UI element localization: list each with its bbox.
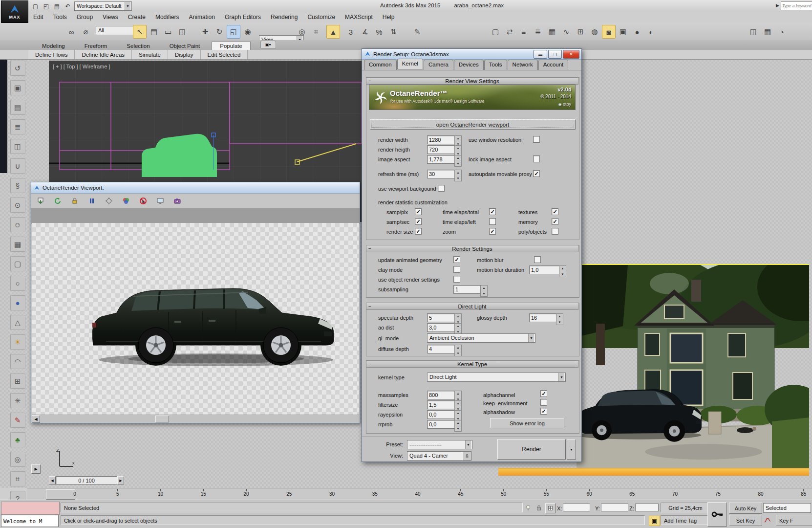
select-move-icon[interactable]: ✚ bbox=[198, 25, 212, 39]
menu-item[interactable]: Tools bbox=[48, 12, 72, 22]
timeline-tick[interactable]: 0 bbox=[69, 489, 81, 497]
alphachannel-checkbox[interactable] bbox=[540, 390, 547, 397]
select-scale-icon[interactable]: ◱ bbox=[227, 25, 240, 39]
menu-item[interactable]: Edit bbox=[28, 12, 48, 22]
use-center-icon[interactable]: ◉ bbox=[241, 25, 255, 39]
timeline-tick[interactable]: 25 bbox=[283, 489, 295, 497]
z-coordinate-field[interactable] bbox=[635, 504, 659, 511]
timeline-tick[interactable]: 70 bbox=[669, 489, 681, 497]
rayepsilon-field[interactable]: 0,0 bbox=[427, 410, 456, 419]
diffuse-depth-field[interactable]: 4 bbox=[427, 345, 456, 353]
camera-icon[interactable] bbox=[172, 196, 183, 206]
restart-render-icon[interactable] bbox=[52, 196, 63, 206]
menu-item[interactable]: Views bbox=[98, 12, 123, 22]
motion-blur-duration-field[interactable]: 1,0 bbox=[529, 265, 561, 274]
select-by-name-icon[interactable]: ▤ bbox=[147, 25, 161, 39]
frame-number-field[interactable]: 0 / 100 bbox=[56, 476, 117, 484]
autofocus-icon[interactable] bbox=[104, 196, 114, 206]
save-image-icon[interactable] bbox=[35, 196, 46, 206]
rollup-header[interactable]: −Render Settings bbox=[366, 245, 578, 252]
pause-icon[interactable] bbox=[86, 196, 97, 206]
spray-icon[interactable]: ✳ bbox=[10, 393, 25, 408]
toolbar-extra-icon-1[interactable]: ◫ bbox=[747, 25, 760, 39]
menu-item[interactable]: Graph Editors bbox=[220, 12, 266, 22]
menu-item[interactable]: Help bbox=[378, 12, 400, 22]
ao-dist-field[interactable]: 3,0 bbox=[427, 323, 456, 332]
save-file-icon[interactable]: ▤ bbox=[52, 1, 62, 11]
up-arrow-icon[interactable]: ▲ bbox=[326, 25, 340, 39]
timeline-tick[interactable]: 20 bbox=[240, 489, 252, 497]
unlink-selection-icon[interactable]: ⌀ bbox=[79, 25, 92, 39]
selection-lock-icon[interactable] bbox=[534, 504, 543, 512]
fullscreen-icon[interactable] bbox=[155, 196, 166, 206]
ribbon-subtab[interactable]: Define Idle Areas bbox=[75, 50, 132, 59]
capsule-icon[interactable]: ▢ bbox=[10, 256, 25, 271]
align-icon[interactable]: ≡ bbox=[517, 25, 531, 39]
ribbon-tab[interactable]: Object Paint bbox=[162, 42, 208, 50]
clay-mode-checkbox[interactable] bbox=[453, 266, 460, 273]
maxscript-listener-line[interactable]: Welcome to M bbox=[1, 515, 59, 527]
render-production-icon[interactable]: ● bbox=[630, 25, 644, 39]
zoom-checkbox[interactable] bbox=[489, 228, 496, 235]
ribbon-flyout-icon[interactable]: ▣▾ bbox=[260, 41, 276, 49]
select-object-icon[interactable]: ↖ bbox=[133, 25, 147, 39]
gi-mode-dropdown[interactable]: Ambient Occlusion bbox=[427, 333, 535, 343]
timeline-tick[interactable]: 30 bbox=[326, 489, 338, 497]
render-canvas[interactable] bbox=[32, 223, 359, 415]
select-and-link-icon[interactable]: ∞ bbox=[64, 25, 78, 39]
list-icon[interactable]: ≣ bbox=[10, 119, 25, 134]
maximize-button[interactable]: ❑ bbox=[548, 50, 562, 59]
open-file-icon[interactable]: ◰ bbox=[41, 1, 51, 11]
timeline-tick[interactable]: 40 bbox=[412, 489, 424, 497]
textures-checkbox[interactable] bbox=[552, 208, 558, 215]
glossy-depth-field[interactable]: 16 bbox=[529, 313, 558, 322]
poly-objects-checkbox[interactable] bbox=[552, 228, 558, 235]
render-flyout-icon[interactable]: ▼ bbox=[567, 439, 576, 460]
update-animated-geometry-checkbox[interactable] bbox=[453, 256, 460, 263]
menu-item[interactable]: Animation bbox=[184, 12, 220, 22]
kernel-type-dropdown[interactable]: Direct Light bbox=[427, 373, 566, 382]
subsampling-field[interactable]: 1 bbox=[453, 285, 483, 294]
sun-icon[interactable]: ☀ bbox=[10, 334, 25, 350]
scrollbar-thumb[interactable] bbox=[155, 416, 169, 422]
select-rotate-icon[interactable]: ↻ bbox=[213, 25, 226, 39]
dialog-tab[interactable]: Devices bbox=[454, 60, 484, 70]
maxsamples-field[interactable]: 800 bbox=[427, 391, 456, 399]
rrprob-spinner[interactable] bbox=[454, 420, 462, 432]
timeline-tick[interactable]: 45 bbox=[455, 489, 467, 497]
auto-key-button[interactable]: Auto Key bbox=[729, 503, 762, 514]
ribbon-subtab[interactable]: Display bbox=[168, 50, 201, 59]
scroll-left-icon[interactable]: ◀ bbox=[32, 415, 40, 423]
render-iterative-icon[interactable]: ◐ bbox=[644, 25, 658, 39]
dialog-tab[interactable]: Network bbox=[508, 60, 538, 70]
panel-icon[interactable]: ▦ bbox=[10, 237, 25, 252]
boxes-icon[interactable]: ⊞ bbox=[10, 374, 25, 389]
render-width-field[interactable]: 1280 bbox=[427, 135, 456, 144]
menu-item[interactable]: Modifiers bbox=[150, 12, 184, 22]
image-icon[interactable]: ▣ bbox=[10, 80, 25, 95]
timeline-tick[interactable]: 55 bbox=[540, 489, 552, 497]
undo-icon[interactable]: ↶ bbox=[63, 1, 73, 11]
ribbon-tab[interactable]: Modeling bbox=[34, 42, 73, 50]
menu-item[interactable]: Create bbox=[123, 12, 150, 22]
keyboard-override-icon[interactable]: ⌗ bbox=[309, 25, 323, 39]
next-frame-icon[interactable]: ► bbox=[117, 476, 124, 484]
magnet-icon[interactable]: ∪ bbox=[10, 158, 25, 174]
ribbon-subtab[interactable]: Simulate bbox=[132, 50, 168, 59]
timeline-tick[interactable]: 50 bbox=[498, 489, 510, 497]
y-coordinate-field[interactable] bbox=[601, 504, 628, 511]
minimize-button[interactable]: ▬ bbox=[534, 50, 547, 59]
dialog-tab[interactable]: Camera bbox=[424, 60, 453, 70]
preset-dropdown[interactable]: ------------------ bbox=[407, 440, 472, 449]
select-manipulate-icon[interactable]: ◎ bbox=[295, 25, 309, 39]
timeline-tick[interactable]: 15 bbox=[197, 489, 209, 497]
ribbon-tab[interactable]: Selection bbox=[119, 42, 157, 50]
layer-manager-icon[interactable]: ≣ bbox=[531, 25, 545, 39]
key-filter-dropdown[interactable]: Selected bbox=[763, 503, 811, 513]
container-icon[interactable]: ◫ bbox=[10, 139, 25, 154]
dialog-tab[interactable]: Tools bbox=[484, 60, 507, 70]
menu-item[interactable]: Rendering bbox=[266, 12, 302, 22]
timeline-tick[interactable]: 5 bbox=[112, 489, 124, 497]
rollup-header[interactable]: −Kernel Type bbox=[366, 360, 578, 368]
window-crossing-icon[interactable]: ◫ bbox=[175, 25, 189, 39]
